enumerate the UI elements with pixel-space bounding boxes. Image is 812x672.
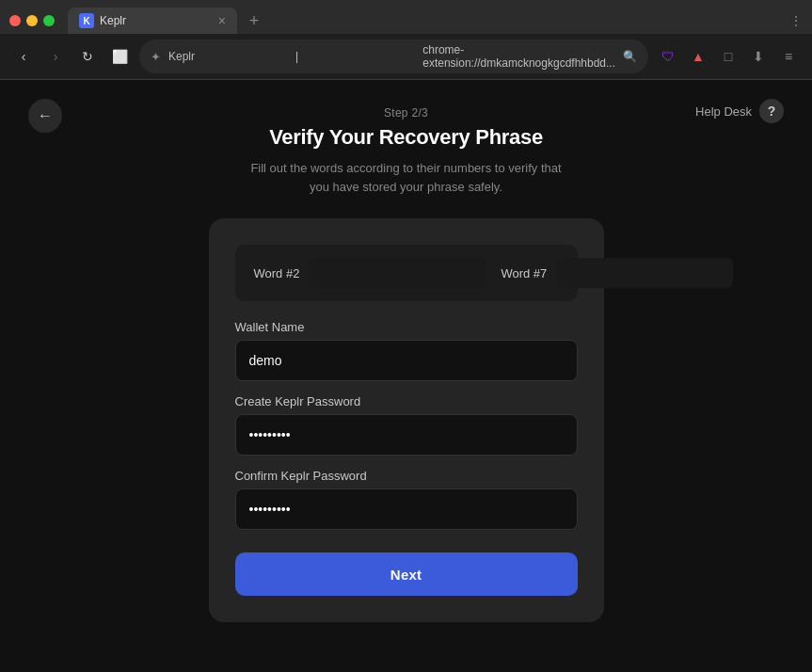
maximize-traffic-light[interactable]: [43, 15, 55, 26]
tab-bar: K Keplr × + ⋮: [0, 0, 812, 34]
tab-title: Keplr: [100, 14, 213, 27]
tab-favicon: K: [79, 13, 94, 28]
page-subtitle: Fill out the words according to their nu…: [247, 159, 566, 196]
create-password-input[interactable]: [235, 414, 578, 456]
word-inputs-row: Word #2 Word #7: [235, 245, 578, 301]
create-password-group: Create Keplr Password: [235, 394, 578, 456]
address-bar[interactable]: ✦ Keplr | chrome-extension://dmkamcknogk…: [139, 40, 648, 73]
extensions-icon[interactable]: □: [716, 44, 740, 69]
tab-menu-button[interactable]: ⋮: [789, 13, 803, 28]
wallet-name-group: Wallet Name: [235, 320, 578, 381]
back-nav-icon: ‹: [22, 49, 26, 64]
active-tab[interactable]: K Keplr ×: [68, 8, 237, 34]
bookmark-nav-button[interactable]: ⬜: [107, 44, 132, 69]
word2-input[interactable]: [309, 258, 486, 288]
address-search-icon: 🔍: [623, 50, 637, 63]
step-indicator: Step 2/3: [384, 106, 428, 120]
address-url: chrome-extension://dmkamcknogkgcdfhhbdd.…: [422, 43, 615, 70]
browser-chrome: K Keplr × + ⋮ ‹ › ↻ ⬜ ✦ Keplr | chrome-e…: [0, 0, 812, 80]
address-shield-icon: ✦: [151, 50, 161, 64]
help-desk-label: Help Desk: [695, 104, 752, 119]
confirm-password-label: Confirm Keplr Password: [235, 469, 578, 483]
back-button[interactable]: ←: [28, 99, 62, 133]
browser-menu-icon[interactable]: ≡: [776, 44, 801, 69]
word7-label: Word #7: [501, 266, 547, 280]
download-icon[interactable]: ⬇: [746, 44, 771, 69]
next-button[interactable]: Next: [235, 552, 578, 596]
word7-input[interactable]: [556, 258, 733, 288]
new-tab-button[interactable]: +: [241, 8, 267, 34]
word7-group: Word #7: [501, 258, 733, 288]
nav-icons: 🛡 ▲ □ ⬇ ≡: [656, 44, 801, 69]
word2-label: Word #2: [254, 266, 300, 280]
page-title: Verify Your Recovery Phrase: [269, 125, 543, 150]
extension-container: ← Help Desk ? Step 2/3 Verify Your Recov…: [0, 80, 812, 672]
word2-group: Word #2: [254, 258, 486, 288]
tab-close-button[interactable]: ×: [218, 14, 226, 27]
help-desk[interactable]: Help Desk ?: [695, 99, 784, 123]
confirm-password-group: Confirm Keplr Password: [235, 469, 578, 530]
forward-nav-button[interactable]: ›: [43, 44, 68, 69]
minimize-traffic-light[interactable]: [26, 15, 38, 26]
back-arrow-icon: ←: [38, 107, 53, 124]
back-nav-button[interactable]: ‹: [11, 44, 36, 69]
create-password-label: Create Keplr Password: [235, 394, 578, 408]
bookmark-nav-icon: ⬜: [112, 49, 128, 64]
address-prefix: Keplr: [168, 50, 288, 63]
traffic-lights: [9, 15, 55, 26]
brave-rewards-icon[interactable]: ▲: [686, 44, 710, 69]
address-separator: |: [295, 50, 415, 63]
wallet-name-label: Wallet Name: [235, 320, 578, 334]
refresh-nav-button[interactable]: ↻: [75, 44, 100, 69]
confirm-password-input[interactable]: [235, 488, 578, 530]
brave-shield-icon[interactable]: 🛡: [656, 44, 680, 69]
nav-bar: ‹ › ↻ ⬜ ✦ Keplr | chrome-extension://dmk…: [0, 34, 812, 79]
wallet-name-input[interactable]: [235, 340, 578, 381]
refresh-nav-icon: ↻: [82, 49, 93, 64]
help-icon[interactable]: ?: [759, 99, 784, 123]
forward-nav-icon: ›: [54, 49, 58, 64]
form-card: Word #2 Word #7 Wallet Name Create Keplr…: [209, 218, 604, 622]
close-traffic-light[interactable]: [9, 15, 21, 26]
